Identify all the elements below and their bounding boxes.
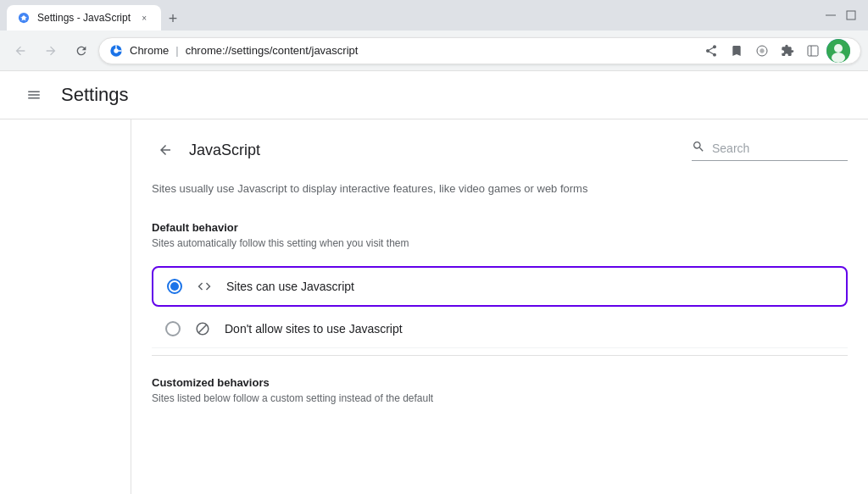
tab-favicon (17, 11, 31, 25)
url-scheme: chrome:// (186, 44, 231, 57)
tab-close-button[interactable]: × (137, 11, 151, 25)
customized-behaviors-subtitle: Sites listed below follow a custom setti… (152, 392, 848, 404)
disallow-javascript-option[interactable]: Don't allow sites to use Javascript (152, 310, 848, 348)
address-separator: | (175, 44, 178, 57)
section-divider (152, 355, 848, 356)
javascript-section: JavaScript Sites usually use J (131, 119, 868, 411)
settings-page: Settings JavaScript (0, 71, 868, 494)
customized-behaviors-title: Customized behaviors (152, 376, 848, 389)
content-area: JavaScript Sites usually use J (0, 119, 868, 494)
profile-avatar[interactable] (826, 39, 850, 63)
customized-behaviors-section: Customized behaviors Sites listed below … (131, 363, 868, 411)
svg-rect-7 (808, 46, 818, 56)
address-chrome-label: Chrome (130, 44, 169, 57)
minimize-button[interactable] (824, 8, 837, 22)
refresh-button[interactable] (68, 37, 95, 64)
default-behavior-title: Default behavior (131, 214, 868, 237)
js-back-button[interactable] (152, 136, 179, 164)
bookmark-button[interactable] (725, 39, 748, 63)
svg-point-11 (832, 53, 845, 63)
allow-javascript-option[interactable]: Sites can use Javascript (152, 266, 848, 307)
settings-header: Settings (0, 71, 868, 119)
disallow-javascript-label: Don't allow sites to use Javascript (225, 322, 403, 336)
address-favicon (109, 44, 123, 58)
allow-javascript-icon (196, 278, 213, 295)
sidebar (0, 119, 131, 494)
js-page-title: JavaScript (189, 142, 260, 159)
tab-title: Settings - JavaScript (37, 12, 131, 24)
default-behavior-subtitle: Sites automatically follow this setting … (131, 237, 868, 263)
forward-button[interactable] (37, 37, 64, 64)
address-actions (699, 39, 850, 63)
share-button[interactable] (699, 39, 723, 63)
tab-bar: Settings - JavaScript × + (7, 0, 824, 31)
hamburger-menu-button[interactable] (20, 81, 47, 108)
main-content: JavaScript Sites usually use J (131, 119, 868, 494)
disallow-javascript-icon (194, 320, 211, 337)
window-controls (824, 8, 861, 22)
search-area (692, 140, 848, 161)
back-button[interactable] (7, 37, 34, 64)
url-path: settings/content/javascript (231, 44, 359, 57)
svg-rect-2 (826, 15, 836, 16)
svg-point-1 (22, 16, 25, 19)
nav-bar: Chrome | chrome://settings/content/javas… (0, 31, 868, 71)
js-page-header: JavaScript (131, 119, 868, 174)
allow-radio-button[interactable] (167, 279, 182, 294)
search-icon (692, 140, 705, 157)
copilot-button[interactable] (750, 39, 774, 63)
address-url: chrome://settings/content/javascript (186, 44, 693, 57)
search-input[interactable] (712, 142, 848, 155)
active-tab[interactable]: Settings - JavaScript × (7, 5, 161, 31)
new-tab-button[interactable]: + (161, 7, 185, 31)
disallow-radio-button[interactable] (165, 321, 181, 336)
svg-rect-3 (847, 11, 855, 19)
settings-title: Settings (61, 84, 129, 106)
browser-frame: Settings - JavaScript × + (0, 0, 868, 494)
maximize-button[interactable] (844, 8, 858, 22)
allow-javascript-label: Sites can use Javascript (226, 280, 354, 293)
sidebar-toggle[interactable] (801, 39, 825, 63)
js-title-area: JavaScript (152, 136, 260, 164)
address-bar[interactable]: Chrome | chrome://settings/content/javas… (98, 37, 861, 64)
title-bar: Settings - JavaScript × + (0, 0, 868, 31)
js-description: Sites usually use Javascript to display … (131, 174, 868, 214)
svg-point-10 (834, 44, 843, 53)
extensions-button[interactable] (776, 39, 799, 63)
